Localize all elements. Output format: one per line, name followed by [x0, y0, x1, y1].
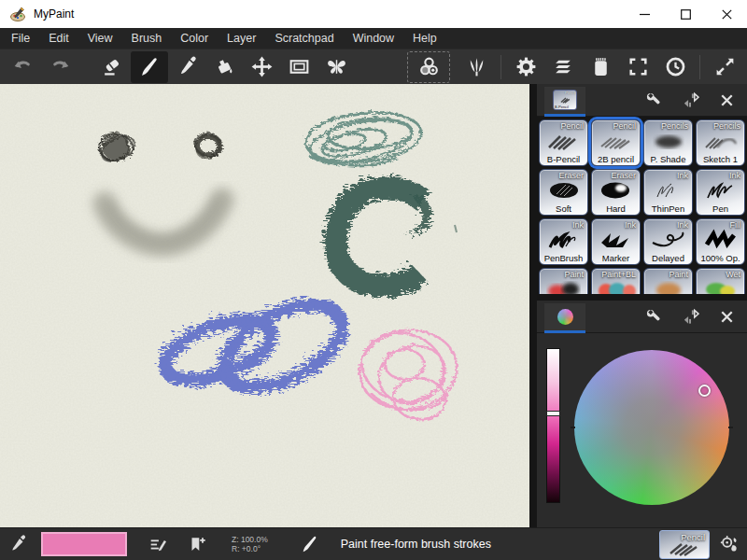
undo-button[interactable] [4, 51, 41, 83]
menu-scratchpad[interactable]: Scratchpad [265, 28, 343, 49]
color-picker-area [537, 333, 747, 527]
brush-name: Sketch 1 [697, 154, 744, 164]
canvas-artwork [0, 84, 529, 527]
brush-eraser-soft[interactable]: Eraser Soft [539, 169, 588, 216]
brush-panel-tab[interactable]: Pencil B-Pencil [544, 87, 585, 117]
brush-2b-pencil[interactable]: Pencil 2B pencil [591, 119, 641, 166]
frame-tool-button[interactable] [280, 51, 317, 83]
expand-panels-button[interactable] [706, 51, 743, 83]
brush-b-pencil[interactable]: Pencil B-Pencil [539, 119, 588, 166]
brush-preview-icon [594, 178, 639, 203]
brush-delayed[interactable]: Ink Delayed [643, 218, 693, 265]
brush-paint-orange[interactable]: Paint [643, 268, 693, 294]
redo-button[interactable] [41, 51, 78, 83]
brush-fill-100-op[interactable]: Fill 100% Op. [696, 218, 745, 265]
color-panel-settings-wrench-icon[interactable] [645, 308, 663, 326]
brush-sketch-1[interactable]: Pencils Sketch 1 [696, 119, 745, 166]
color-panel-dock-icon[interactable] [682, 308, 699, 326]
brush-paint-red[interactable]: Paint [539, 268, 588, 294]
tool-description: Paint free-form brush strokes [341, 538, 491, 551]
brush-paint-bl[interactable]: Paint+BL [591, 268, 641, 294]
brush-name: Hard [592, 203, 640, 214]
edit-list-icon [148, 534, 168, 554]
color-panel-close-icon[interactable] [718, 308, 736, 326]
brush-name: Soft [540, 203, 587, 214]
paintbrush-icon [300, 534, 320, 554]
recent-history-button[interactable] [656, 51, 694, 83]
panel-divider[interactable] [529, 84, 537, 527]
menu-layer[interactable]: Layer [218, 28, 265, 49]
fill-icon [213, 55, 236, 78]
dock-splitter[interactable] [537, 294, 747, 301]
color-picker-tool-button[interactable] [168, 51, 205, 83]
luma-slider[interactable] [546, 348, 560, 503]
brush-name: 2B pencil [592, 154, 640, 164]
menu-window[interactable]: Window [344, 28, 403, 49]
menu-file[interactable]: File [2, 28, 39, 49]
brush-preview-icon [646, 129, 691, 153]
brush-name: PenBrush [540, 253, 587, 263]
layers-panel-toggle[interactable] [544, 51, 582, 83]
brush-panel-dock-icon[interactable] [682, 91, 699, 109]
menu-edit[interactable]: Edit [39, 28, 78, 49]
freehand-brush-tool-button[interactable] [131, 51, 168, 83]
brush-panel-header: Pencil B-Pencil [537, 84, 747, 117]
brush-preview-icon [542, 129, 586, 153]
current-brush-button[interactable]: Pencil [659, 530, 710, 559]
brush-color-history-button[interactable] [719, 534, 740, 554]
maximize-button[interactable] [665, 0, 706, 28]
mypaint-window: MyPaint File Edit View Brush Color Layer… [0, 0, 747, 560]
right-dock: Pencil B-Pencil [537, 84, 747, 527]
flood-fill-tool-button[interactable] [205, 51, 243, 83]
brush-thinpen[interactable]: Ink ThinPen [643, 169, 693, 216]
scratchpad-icon [589, 55, 613, 78]
drawing-canvas[interactable] [0, 84, 529, 527]
brush-preview-icon [646, 277, 691, 294]
menu-color[interactable]: Color [171, 28, 218, 49]
statusbar-color-picker-button[interactable] [7, 534, 28, 554]
brush-name: B-Pencil [540, 154, 587, 164]
eraser-tool-button[interactable] [93, 51, 131, 83]
color-adjusters-toggle[interactable] [407, 51, 450, 83]
eraser-icon [101, 55, 124, 78]
brush-eraser-hard[interactable]: Eraser Hard [591, 169, 641, 216]
statusbar: Z: 100.0% R: +0.0° Paint free-form brush… [0, 527, 747, 560]
brush-preview-icon [698, 228, 743, 252]
luma-slider-handle[interactable] [546, 411, 560, 416]
hue-saturation-wheel[interactable] [574, 350, 729, 505]
brush-groups-toggle[interactable] [458, 51, 495, 83]
menu-brush[interactable]: Brush [122, 28, 172, 49]
brush-panel: Pencil B-Pencil [537, 84, 747, 294]
symmetry-tool-button[interactable] [317, 51, 355, 83]
eyedropper-icon [176, 55, 199, 78]
color-selector-ring[interactable] [698, 385, 711, 397]
color-panel-tab[interactable] [544, 303, 585, 333]
move-layer-tool-button[interactable] [243, 51, 280, 83]
preferences-button[interactable] [507, 51, 544, 83]
window-title: MyPaint [34, 7, 74, 21]
paintbrush-icon [138, 55, 162, 78]
color-panel [537, 301, 747, 527]
fullscreen-button[interactable] [619, 51, 656, 83]
close-button[interactable] [706, 0, 747, 28]
titlebar: MyPaint [0, 0, 747, 28]
brush-panel-close-icon[interactable] [718, 91, 736, 109]
brush-p-shade[interactable]: Pencils P. Shade [643, 119, 693, 166]
brush-settings-editor-button[interactable] [148, 534, 168, 554]
menu-view[interactable]: View [78, 28, 122, 49]
menu-help[interactable]: Help [403, 28, 446, 49]
minimize-button[interactable] [624, 0, 665, 28]
rotation-value: R: +0.0° [232, 544, 268, 553]
frame-icon [288, 55, 311, 78]
brush-panel-settings-wrench-icon[interactable] [645, 91, 663, 109]
brush-tab-micro-bottom: B-Pencil [555, 105, 569, 109]
scratchpad-toggle[interactable] [582, 51, 619, 83]
brush-pen[interactable]: Ink Pen [696, 169, 745, 216]
add-favorite-brush-button[interactable] [187, 534, 207, 554]
layers-icon [552, 55, 575, 78]
brush-penbrush[interactable]: Ink PenBrush [539, 218, 588, 265]
brush-wet[interactable]: Wet [696, 268, 745, 294]
brush-preview-icon [594, 277, 639, 294]
brush-marker[interactable]: Ink Marker [591, 218, 641, 265]
current-color-swatch[interactable] [41, 532, 127, 556]
